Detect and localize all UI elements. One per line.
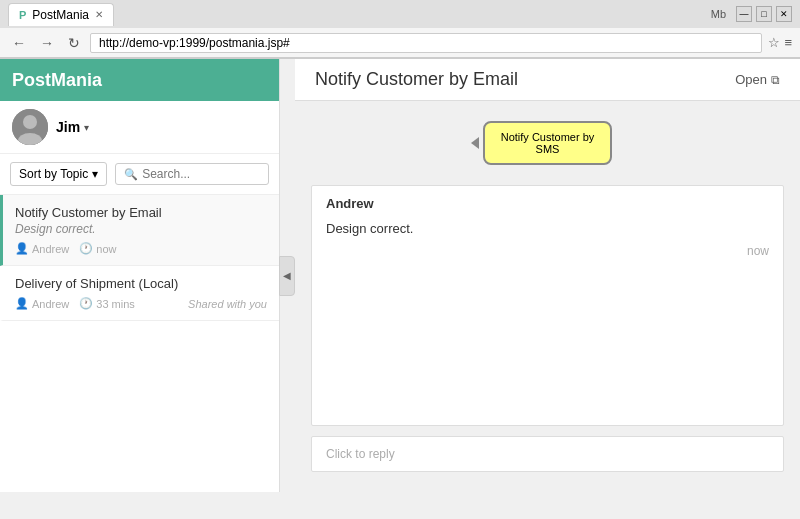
main-header: Notify Customer by Email Open ⧉ xyxy=(295,59,800,101)
list-item[interactable]: Delivery of Shipment (Local) 👤 Andrew 🕐 … xyxy=(0,266,279,321)
back-button[interactable]: ← xyxy=(8,33,30,53)
reply-box[interactable]: Click to reply xyxy=(311,436,784,472)
app-logo: PostMania xyxy=(12,70,102,91)
minimize-button[interactable]: — xyxy=(736,6,752,22)
tab-title: PostMania xyxy=(32,8,89,22)
user-dropdown-icon[interactable]: ▾ xyxy=(84,122,89,133)
message-time: now xyxy=(312,240,783,268)
item-title: Delivery of Shipment (Local) xyxy=(15,276,267,291)
svg-point-1 xyxy=(23,115,37,129)
collapse-icon: ◀ xyxy=(283,270,291,281)
meta-user: 👤 Andrew xyxy=(15,297,69,310)
search-input[interactable] xyxy=(142,167,260,181)
diagram-node[interactable]: Notify Customer bySMS xyxy=(483,121,613,165)
close-button[interactable]: ✕ xyxy=(776,6,792,22)
browser-tab[interactable]: P PostMania ✕ xyxy=(8,3,114,26)
page-title: Notify Customer by Email xyxy=(315,69,518,90)
open-label: Open xyxy=(735,72,767,87)
tab-close-button[interactable]: ✕ xyxy=(95,9,103,20)
open-button[interactable]: Open ⧉ xyxy=(735,72,780,87)
open-icon: ⧉ xyxy=(771,73,780,87)
forward-button[interactable]: → xyxy=(36,33,58,53)
diagram-area: Notify Customer bySMS xyxy=(295,101,800,185)
sort-by-topic-button[interactable]: Sort by Topic ▾ xyxy=(10,162,107,186)
tab-icon: P xyxy=(19,9,26,21)
user-section: Jim ▾ xyxy=(0,101,279,154)
bookmark-icon: ☆ xyxy=(768,35,780,50)
clock-icon: 🕐 xyxy=(79,297,93,310)
user-name: Jim xyxy=(56,119,80,135)
diagram-wrapper: Notify Customer bySMS xyxy=(483,121,613,165)
settings-icon: ≡ xyxy=(784,35,792,50)
diagram-node-label: Notify Customer bySMS xyxy=(501,131,595,155)
list-item[interactable]: Notify Customer by Email Design correct.… xyxy=(0,195,279,266)
search-box: 🔍 xyxy=(115,163,269,185)
sidebar-collapse-button[interactable]: ◀ xyxy=(279,256,295,296)
item-meta: 👤 Andrew 🕐 now xyxy=(15,242,267,255)
clock-icon: 🕐 xyxy=(79,242,93,255)
meta-user: 👤 Andrew xyxy=(15,242,69,255)
sidebar-list: Notify Customer by Email Design correct.… xyxy=(0,195,279,492)
refresh-button[interactable]: ↻ xyxy=(64,33,84,53)
item-title: Notify Customer by Email xyxy=(15,205,267,220)
user-icon: 👤 xyxy=(15,242,29,255)
message-panel: Andrew Design correct. now xyxy=(311,185,784,426)
item-subtitle: Design correct. xyxy=(15,222,267,236)
user-icon: 👤 xyxy=(15,297,29,310)
message-author: Andrew xyxy=(312,186,783,217)
meta-user-name: Andrew xyxy=(32,243,69,255)
reply-placeholder: Click to reply xyxy=(326,447,395,461)
sort-arrow-icon: ▾ xyxy=(92,167,98,181)
search-icon: 🔍 xyxy=(124,168,138,181)
avatar xyxy=(12,109,48,145)
url-input[interactable] xyxy=(90,33,762,53)
sort-label: Sort by Topic xyxy=(19,167,88,181)
meta-time-value: 33 mins xyxy=(96,298,135,310)
meta-time: 🕐 now xyxy=(79,242,116,255)
title-bar-label: Mb xyxy=(711,8,726,20)
meta-time: 🕐 33 mins xyxy=(79,297,135,310)
avatar-image xyxy=(12,109,48,145)
message-body: Design correct. xyxy=(312,217,783,240)
meta-user-name: Andrew xyxy=(32,298,69,310)
maximize-button[interactable]: □ xyxy=(756,6,772,22)
item-meta: 👤 Andrew 🕐 33 mins Shared with you xyxy=(15,297,267,310)
meta-time-value: now xyxy=(96,243,116,255)
shared-label: Shared with you xyxy=(188,298,267,310)
